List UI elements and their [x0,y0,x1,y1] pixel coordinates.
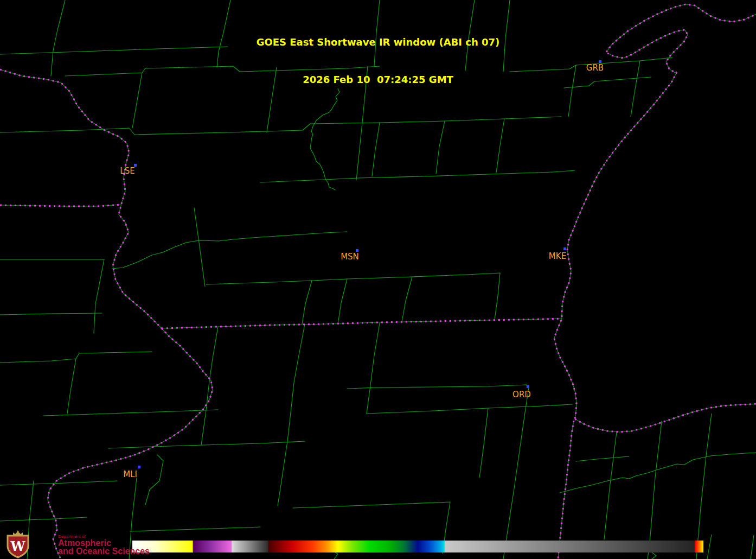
station-lse: LSE [120,164,137,176]
station-label: MLI [123,469,137,479]
title-line2: 2026 Feb 10 07:24:25 GMT [0,73,756,86]
station-label: MKE [549,251,566,261]
station-marker [138,466,140,468]
station-msn: MSN [341,249,359,262]
title-line1: GOES East Shortwave IR window (ABI ch 07… [0,36,756,48]
logo-line2: and Oceanic Sciences [58,547,150,555]
logo-line1: Atmospheric [58,539,150,547]
station-ord: ORD [512,385,531,399]
uw-crest-icon: W [2,530,34,558]
logo-text: Department of Atmospheric and Oceanic Sc… [58,534,150,555]
aos-logo: W Department of Atmospheric and Oceanic … [2,530,150,558]
station-mke: MKE [549,247,566,261]
station-label: LSE [120,166,134,176]
satellite-image-background: GRB LSE MSN MKE ORD MLI GOES East Shortw… [0,0,756,559]
station-label: ORD [512,390,531,399]
station-mli: MLI [123,466,140,479]
station-marker [563,247,566,250]
station-marker [527,385,529,388]
crest-monogram: W [10,538,26,554]
image-title: GOES East Shortwave IR window (ABI ch 07… [0,11,756,111]
station-label: MSN [341,252,359,262]
colorbar [132,541,703,552]
